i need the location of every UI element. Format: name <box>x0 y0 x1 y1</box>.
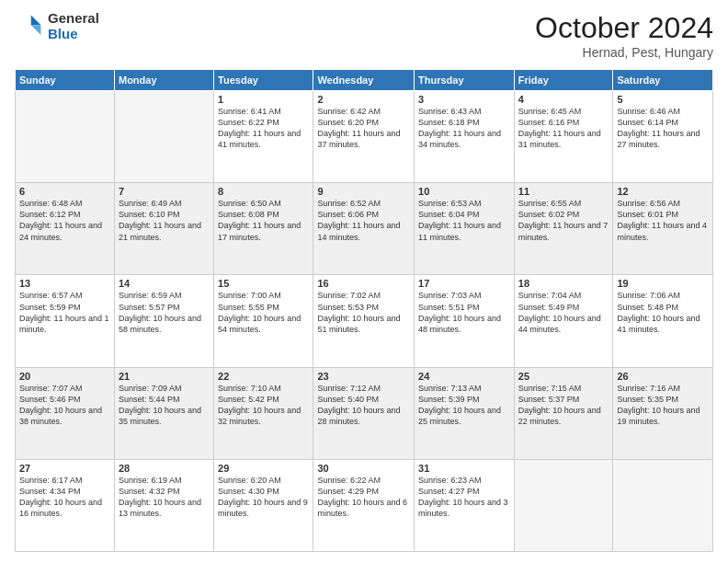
day-number: 14 <box>119 278 210 289</box>
day-number: 3 <box>418 94 510 105</box>
day-info: Sunrise: 6:49 AMSunset: 6:10 PMDaylight:… <box>119 198 210 243</box>
table-row: 3Sunrise: 6:43 AMSunset: 6:18 PMDaylight… <box>415 91 515 183</box>
day-info: Sunrise: 6:48 AMSunset: 6:12 PMDaylight:… <box>19 198 110 243</box>
table-row <box>613 459 713 551</box>
table-row: 13Sunrise: 6:57 AMSunset: 5:59 PMDayligh… <box>16 275 115 367</box>
header: General Blue October 2024 Hernad, Pest, … <box>15 11 713 60</box>
day-info: Sunrise: 6:57 AMSunset: 5:59 PMDaylight:… <box>19 290 110 335</box>
table-row: 4Sunrise: 6:45 AMSunset: 6:16 PMDaylight… <box>514 91 613 183</box>
col-sunday: Sunday <box>16 70 115 91</box>
day-number: 21 <box>119 371 210 382</box>
calendar-row: 13Sunrise: 6:57 AMSunset: 5:59 PMDayligh… <box>16 275 713 367</box>
day-number: 26 <box>617 371 709 382</box>
svg-marker-1 <box>31 25 41 35</box>
table-row: 30Sunrise: 6:22 AMSunset: 4:29 PMDayligh… <box>313 459 415 551</box>
table-row: 24Sunrise: 7:13 AMSunset: 5:39 PMDayligh… <box>415 367 515 459</box>
col-saturday: Saturday <box>613 70 713 91</box>
table-row: 11Sunrise: 6:55 AMSunset: 6:02 PMDayligh… <box>514 183 613 275</box>
table-row: 9Sunrise: 6:52 AMSunset: 6:06 PMDaylight… <box>313 183 415 275</box>
day-info: Sunrise: 7:15 AMSunset: 5:37 PMDaylight:… <box>518 383 609 428</box>
day-info: Sunrise: 7:02 AMSunset: 5:53 PMDaylight:… <box>317 290 410 335</box>
day-number: 11 <box>518 186 609 197</box>
day-info: Sunrise: 6:53 AMSunset: 6:04 PMDaylight:… <box>418 198 510 243</box>
calendar-row: 1Sunrise: 6:41 AMSunset: 6:22 PMDaylight… <box>16 91 713 183</box>
table-row: 21Sunrise: 7:09 AMSunset: 5:44 PMDayligh… <box>114 367 213 459</box>
day-info: Sunrise: 6:43 AMSunset: 6:18 PMDaylight:… <box>418 106 510 151</box>
col-tuesday: Tuesday <box>214 70 313 91</box>
day-number: 19 <box>617 278 709 289</box>
table-row: 15Sunrise: 7:00 AMSunset: 5:55 PMDayligh… <box>214 275 313 367</box>
day-info: Sunrise: 7:13 AMSunset: 5:39 PMDaylight:… <box>418 383 510 428</box>
table-row: 28Sunrise: 6:19 AMSunset: 4:32 PMDayligh… <box>114 459 213 551</box>
day-number: 20 <box>19 371 110 382</box>
day-info: Sunrise: 6:17 AMSunset: 4:34 PMDaylight:… <box>19 475 110 520</box>
day-info: Sunrise: 6:45 AMSunset: 6:16 PMDaylight:… <box>518 106 609 151</box>
table-row: 5Sunrise: 6:46 AMSunset: 6:14 PMDaylight… <box>613 91 713 183</box>
table-row: 16Sunrise: 7:02 AMSunset: 5:53 PMDayligh… <box>313 275 415 367</box>
table-row: 1Sunrise: 6:41 AMSunset: 6:22 PMDaylight… <box>214 91 313 183</box>
day-info: Sunrise: 6:46 AMSunset: 6:14 PMDaylight:… <box>617 106 709 151</box>
day-info: Sunrise: 6:50 AMSunset: 6:08 PMDaylight:… <box>218 198 309 243</box>
day-info: Sunrise: 6:23 AMSunset: 4:27 PMDaylight:… <box>418 475 510 520</box>
day-info: Sunrise: 7:06 AMSunset: 5:48 PMDaylight:… <box>617 290 709 335</box>
logo: General Blue <box>15 11 99 41</box>
day-number: 25 <box>518 371 609 382</box>
day-number: 10 <box>418 186 510 197</box>
table-row: 29Sunrise: 6:20 AMSunset: 4:30 PMDayligh… <box>214 459 313 551</box>
table-row: 20Sunrise: 7:07 AMSunset: 5:46 PMDayligh… <box>16 367 115 459</box>
table-row: 19Sunrise: 7:06 AMSunset: 5:48 PMDayligh… <box>613 275 713 367</box>
table-row <box>514 459 613 551</box>
page: General Blue October 2024 Hernad, Pest, … <box>0 0 728 563</box>
day-number: 17 <box>418 278 510 289</box>
logo-blue: Blue <box>48 27 99 42</box>
table-row: 7Sunrise: 6:49 AMSunset: 6:10 PMDaylight… <box>114 183 213 275</box>
title-block: October 2024 Hernad, Pest, Hungary <box>535 11 713 60</box>
table-row: 2Sunrise: 6:42 AMSunset: 6:20 PMDaylight… <box>313 91 415 183</box>
calendar-table: Sunday Monday Tuesday Wednesday Thursday… <box>15 69 713 552</box>
header-row: Sunday Monday Tuesday Wednesday Thursday… <box>16 70 713 91</box>
day-info: Sunrise: 7:04 AMSunset: 5:49 PMDaylight:… <box>518 290 609 335</box>
day-number: 29 <box>218 463 309 474</box>
day-number: 15 <box>218 278 309 289</box>
day-number: 24 <box>418 371 510 382</box>
day-number: 23 <box>317 371 410 382</box>
logo-icon <box>15 12 44 41</box>
day-info: Sunrise: 7:09 AMSunset: 5:44 PMDaylight:… <box>119 383 210 428</box>
day-number: 5 <box>617 94 709 105</box>
day-info: Sunrise: 6:42 AMSunset: 6:20 PMDaylight:… <box>317 106 410 151</box>
day-info: Sunrise: 6:59 AMSunset: 5:57 PMDaylight:… <box>119 290 210 335</box>
day-number: 7 <box>119 186 210 197</box>
day-number: 6 <box>19 186 110 197</box>
title-location: Hernad, Pest, Hungary <box>535 45 713 60</box>
table-row <box>114 91 213 183</box>
col-friday: Friday <box>514 70 613 91</box>
table-row: 8Sunrise: 6:50 AMSunset: 6:08 PMDaylight… <box>214 183 313 275</box>
table-row: 12Sunrise: 6:56 AMSunset: 6:01 PMDayligh… <box>613 183 713 275</box>
table-row: 23Sunrise: 7:12 AMSunset: 5:40 PMDayligh… <box>313 367 415 459</box>
title-month: October 2024 <box>535 11 713 45</box>
day-number: 27 <box>19 463 110 474</box>
table-row: 14Sunrise: 6:59 AMSunset: 5:57 PMDayligh… <box>114 275 213 367</box>
table-row: 17Sunrise: 7:03 AMSunset: 5:51 PMDayligh… <box>415 275 515 367</box>
day-info: Sunrise: 6:56 AMSunset: 6:01 PMDaylight:… <box>617 198 709 243</box>
day-number: 28 <box>119 463 210 474</box>
day-number: 31 <box>418 463 510 474</box>
table-row: 31Sunrise: 6:23 AMSunset: 4:27 PMDayligh… <box>415 459 515 551</box>
logo-general: General <box>48 11 99 27</box>
day-number: 1 <box>218 94 309 105</box>
day-info: Sunrise: 6:22 AMSunset: 4:29 PMDaylight:… <box>317 475 410 520</box>
table-row: 25Sunrise: 7:15 AMSunset: 5:37 PMDayligh… <box>514 367 613 459</box>
calendar-row: 6Sunrise: 6:48 AMSunset: 6:12 PMDaylight… <box>16 183 713 275</box>
col-wednesday: Wednesday <box>313 70 415 91</box>
table-row: 18Sunrise: 7:04 AMSunset: 5:49 PMDayligh… <box>514 275 613 367</box>
day-info: Sunrise: 7:03 AMSunset: 5:51 PMDaylight:… <box>418 290 510 335</box>
calendar-row: 27Sunrise: 6:17 AMSunset: 4:34 PMDayligh… <box>16 459 713 551</box>
day-info: Sunrise: 6:55 AMSunset: 6:02 PMDaylight:… <box>518 198 609 243</box>
day-info: Sunrise: 7:10 AMSunset: 5:42 PMDaylight:… <box>218 383 309 428</box>
day-number: 12 <box>617 186 709 197</box>
svg-marker-0 <box>31 15 41 25</box>
day-info: Sunrise: 6:19 AMSunset: 4:32 PMDaylight:… <box>119 475 210 520</box>
day-number: 22 <box>218 371 309 382</box>
day-number: 13 <box>19 278 110 289</box>
calendar-row: 20Sunrise: 7:07 AMSunset: 5:46 PMDayligh… <box>16 367 713 459</box>
